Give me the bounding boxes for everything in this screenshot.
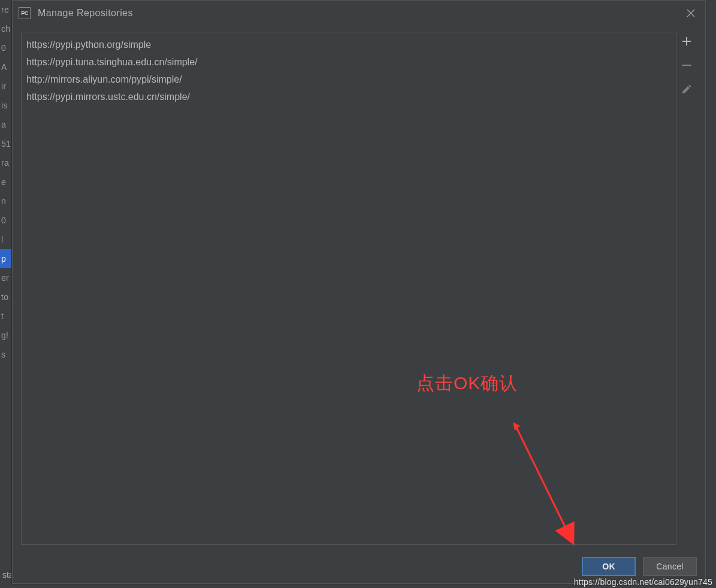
list-item[interactable]: http://mirrors.aliyun.com/pypi/simple/ [26,71,671,88]
pencil-icon [681,84,692,95]
list-toolbar [676,32,697,545]
dialog-titlebar: PC Manage Repositories [13,1,705,26]
list-item[interactable]: https://pypi.mirrors.ustc.edu.cn/simple/ [26,88,671,105]
repository-list[interactable]: https://pypi.python.org/simple https://p… [21,32,676,545]
plus-icon [682,37,691,46]
add-button[interactable] [679,34,694,49]
pycharm-icon: PC [19,7,31,19]
list-item[interactable]: https://pypi.tuna.tsinghua.edu.cn/simple… [26,53,671,71]
dialog-content: https://pypi.python.org/simple https://p… [21,32,697,545]
remove-button[interactable] [679,58,694,72]
list-item[interactable]: https://pypi.python.org/simple [26,36,671,53]
minus-icon [681,60,692,71]
manage-repositories-dialog: PC Manage Repositories https://pypi.pyth… [12,0,706,584]
dialog-title: Manage Repositories [38,8,133,19]
dialog-footer: OK Cancel [582,557,697,576]
ok-button[interactable]: OK [582,557,636,576]
close-button[interactable] [682,5,699,22]
background-window-strip: re ch 0 A ir is a 51 ra e n 0 l p er to … [0,0,12,588]
cancel-button[interactable]: Cancel [643,557,697,576]
close-icon [687,9,695,17]
edit-button[interactable] [679,82,694,96]
